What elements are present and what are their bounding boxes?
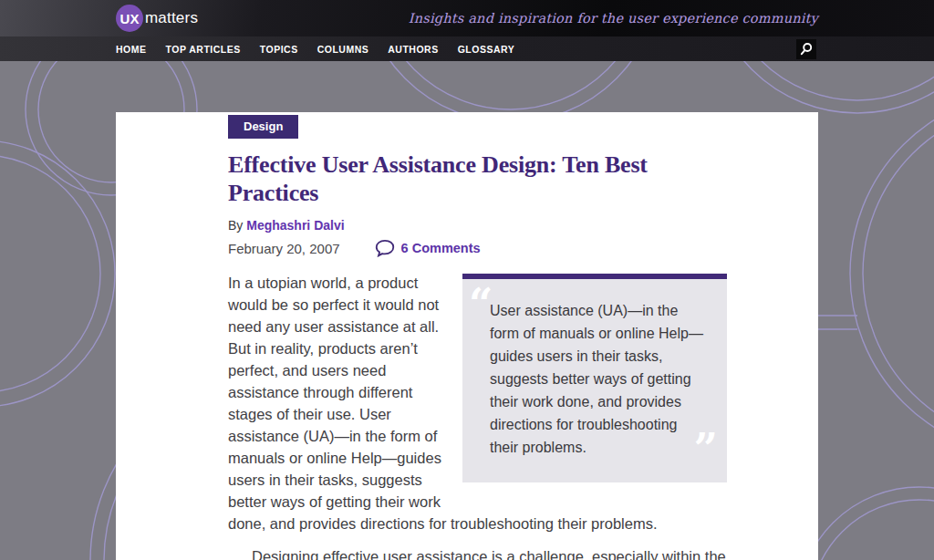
pull-quote-text: User assistance (UA)—in the form of manu… [490,299,709,459]
ux-logo-icon: UX [116,5,143,32]
nav-item-authors[interactable]: AUTHORS [388,44,438,55]
publish-date: February 20, 2007 [228,241,340,256]
site-tagline: Insights and inspiration for the user ex… [409,0,818,36]
nav-item-columns[interactable]: COLUMNS [317,44,369,55]
nav-item-home[interactable]: HOME [116,44,147,55]
page: UX matters Insights and inspiration for … [0,0,934,560]
author-link[interactable]: Meghashri Dalvi [246,218,344,233]
comments-link[interactable]: 6 Comments [375,239,481,257]
speech-bubble-icon [375,239,395,257]
article-meta: February 20, 2007 6 Comments [228,239,727,257]
nav-item-top-articles[interactable]: TOP ARTICLES [166,44,241,55]
search-icon [799,42,814,57]
site-header: UX matters Insights and inspiration for … [0,0,934,36]
category-badge[interactable]: Design [228,115,298,139]
nav-item-glossary[interactable]: GLOSSARY [458,44,515,55]
byline-prefix: By [228,218,243,233]
article-title: Effective User Assistance Design: Ten Be… [228,150,727,207]
nav-item-topics[interactable]: TOPICS [260,44,298,55]
close-quote-icon: ” [694,428,718,470]
search-button[interactable] [796,39,816,59]
open-quote-icon: “ [469,283,493,325]
logo-wordmark: matters [145,9,198,27]
byline: By Meghashri Dalvi [228,218,727,233]
article-card: Design Effective User Assistance Design:… [116,112,818,560]
article-body: “ User assistance (UA)—in the form of ma… [228,272,727,560]
main-nav: HOME TOP ARTICLES TOPICS COLUMNS AUTHORS… [0,36,934,61]
comments-count-label: 6 Comments [401,241,481,255]
logo[interactable]: UX matters [116,5,198,32]
pull-quote: “ User assistance (UA)—in the form of ma… [462,274,727,482]
paragraph-2: Designing effective user assistance is a… [228,545,727,560]
